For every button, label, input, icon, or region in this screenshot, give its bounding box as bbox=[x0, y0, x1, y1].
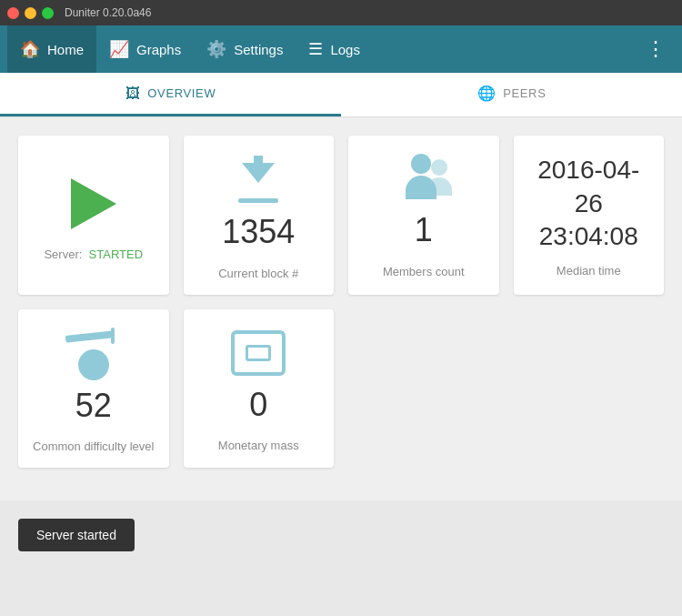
app-title: Duniter 0.20.0a46 bbox=[65, 6, 151, 19]
nav-home-label: Home bbox=[47, 42, 84, 57]
median-time-date: 2016-04-26 bbox=[525, 154, 654, 220]
card-members-count: 1 Members count bbox=[348, 136, 499, 295]
tab-peers-label: PEERS bbox=[503, 86, 546, 100]
tab-overview[interactable]: 🖼 OVERVIEW bbox=[0, 73, 341, 116]
median-time-value: 2016-04-26 23:04:08 bbox=[525, 154, 654, 253]
block-download-icon bbox=[231, 156, 286, 207]
card-monetary-mass: 0 Monetary mass bbox=[184, 309, 335, 469]
monetary-mass-label: Monetary mass bbox=[218, 439, 299, 452]
nav-graphs[interactable]: 📈 Graphs bbox=[96, 25, 194, 73]
cards-row2: 52 Common difficulty level 0 Monetary ma… bbox=[18, 309, 664, 483]
more-menu-button[interactable]: ⋮ bbox=[637, 37, 675, 61]
tab-peers[interactable]: 🌐 PEERS bbox=[341, 73, 682, 116]
cards-row1: Server: STARTED 1354 Current block # bbox=[18, 136, 664, 295]
difficulty-icon-area bbox=[62, 326, 125, 384]
server-started-button[interactable]: Server started bbox=[18, 519, 135, 551]
minimize-button[interactable] bbox=[25, 7, 36, 19]
members-count-label: Members count bbox=[383, 265, 465, 278]
nav-logs-label: Logs bbox=[330, 42, 360, 57]
monetary-mass-icon bbox=[231, 330, 286, 376]
monetary-inner-icon bbox=[246, 345, 271, 361]
graphs-icon: 📈 bbox=[109, 39, 129, 59]
server-status-badge: STARTED bbox=[89, 247, 143, 261]
median-time-label: Median time bbox=[557, 264, 621, 278]
difficulty-value: 52 bbox=[75, 388, 112, 424]
card-median-time: 2016-04-26 23:04:08 Median time bbox=[514, 136, 665, 295]
monetary-mass-value: 0 bbox=[249, 387, 267, 423]
nav-settings[interactable]: ⚙️ Settings bbox=[194, 25, 296, 73]
median-time-time: 23:04:08 bbox=[525, 220, 654, 253]
close-button[interactable] bbox=[7, 7, 19, 19]
nav-home[interactable]: 🏠 Home bbox=[7, 25, 96, 73]
members-icon-area bbox=[392, 154, 456, 208]
peers-tab-icon: 🌐 bbox=[477, 85, 496, 102]
titlebar: Duniter 0.20.0a46 bbox=[0, 0, 682, 25]
tabs: 🖼 OVERVIEW 🌐 PEERS bbox=[0, 73, 682, 117]
server-label: Server: STARTED bbox=[44, 247, 143, 261]
card-current-block: 1354 Current block # bbox=[184, 136, 335, 295]
maximize-button[interactable] bbox=[42, 7, 54, 19]
nav-logs[interactable]: ☰ Logs bbox=[296, 25, 373, 73]
card-difficulty: 52 Common difficulty level bbox=[18, 309, 169, 469]
server-icon-area bbox=[71, 171, 116, 233]
nav-settings-label: Settings bbox=[234, 42, 283, 57]
logs-icon: ☰ bbox=[308, 39, 323, 59]
settings-icon: ⚙️ bbox=[206, 39, 226, 59]
home-icon: 🏠 bbox=[20, 39, 40, 59]
members-icon bbox=[392, 154, 456, 205]
overview-tab-icon: 🖼 bbox=[125, 86, 141, 102]
main-content: Server: STARTED 1354 Current block # bbox=[0, 117, 682, 500]
server-prefix: Server: bbox=[44, 247, 82, 261]
difficulty-label: Common difficulty level bbox=[33, 439, 154, 453]
block-icon-area bbox=[231, 152, 286, 210]
nav-graphs-label: Graphs bbox=[136, 42, 181, 57]
current-block-value: 1354 bbox=[222, 214, 295, 250]
bottom-bar: Server started bbox=[0, 500, 682, 570]
members-count-value: 1 bbox=[415, 212, 433, 248]
card-server-status: Server: STARTED bbox=[18, 136, 169, 295]
monetary-icon-area bbox=[231, 327, 286, 383]
play-icon bbox=[71, 178, 116, 229]
current-block-label: Current block # bbox=[218, 267, 298, 280]
tab-overview-label: OVERVIEW bbox=[147, 86, 216, 100]
navbar: 🏠 Home 📈 Graphs ⚙️ Settings ☰ Logs ⋮ bbox=[0, 25, 682, 73]
